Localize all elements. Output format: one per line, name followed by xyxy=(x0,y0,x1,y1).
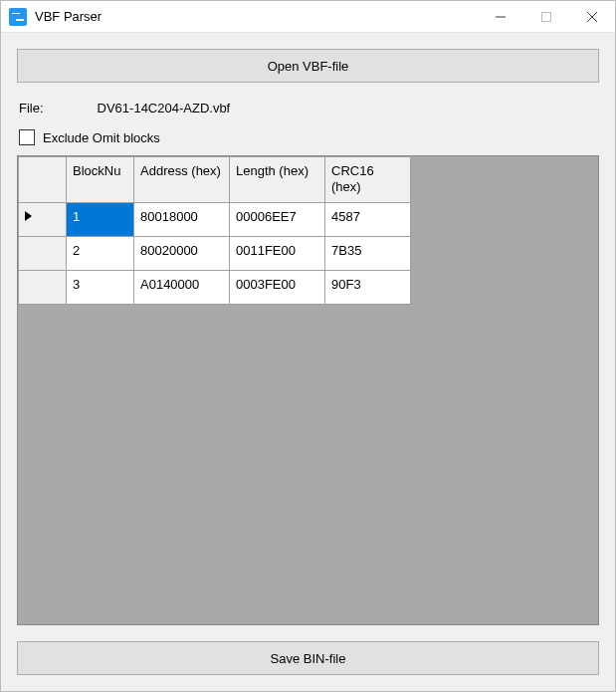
cell-length[interactable]: 0003FE00 xyxy=(230,270,325,304)
row-header[interactable] xyxy=(19,202,67,236)
cell-address[interactable]: 80020000 xyxy=(134,236,230,270)
svg-rect-1 xyxy=(542,12,551,21)
grid-header-blocknum[interactable]: BlockNu xyxy=(67,157,134,203)
app-window: VBF Parser Open VBF-file File: DV61-14C2… xyxy=(0,0,616,692)
cell-length[interactable]: 00006EE7 xyxy=(230,202,325,236)
title-bar: VBF Parser xyxy=(1,1,615,33)
close-icon xyxy=(587,12,597,22)
row-header[interactable] xyxy=(19,236,67,270)
cell-crc16[interactable]: 4587 xyxy=(325,202,411,236)
current-row-indicator-icon xyxy=(25,211,32,221)
save-bin-button[interactable]: Save BIN-file xyxy=(17,641,599,675)
grid-header-row: BlockNu Address (hex) Length (hex) CRC16… xyxy=(19,157,411,203)
table-row[interactable]: 3A01400000003FE0090F3 xyxy=(19,270,411,304)
minimize-button[interactable] xyxy=(478,1,523,33)
grid-header-length[interactable]: Length (hex) xyxy=(230,157,325,203)
grid-header-address[interactable]: Address (hex) xyxy=(134,157,230,203)
row-header[interactable] xyxy=(19,270,67,304)
file-name: DV61-14C204-AZD.vbf xyxy=(98,101,231,115)
maximize-icon xyxy=(541,12,551,22)
maximize-button[interactable] xyxy=(523,1,569,33)
minimize-icon xyxy=(496,12,506,22)
app-icon xyxy=(9,8,27,26)
cell-blocknum[interactable]: 2 xyxy=(67,236,134,270)
exclude-omit-label: Exclude Omit blocks xyxy=(43,130,160,145)
window-title: VBF Parser xyxy=(35,9,102,24)
grid-header-rowselector[interactable] xyxy=(19,157,67,203)
cell-blocknum[interactable]: 1 xyxy=(67,202,134,236)
table-row[interactable]: 2800200000011FE007B35 xyxy=(19,236,411,270)
cell-crc16[interactable]: 90F3 xyxy=(325,270,411,304)
cell-crc16[interactable]: 7B35 xyxy=(325,236,411,270)
exclude-omit-row: Exclude Omit blocks xyxy=(19,129,597,145)
cell-blocknum[interactable]: 3 xyxy=(67,270,134,304)
cell-address[interactable]: A0140000 xyxy=(134,270,230,304)
cell-address[interactable]: 80018000 xyxy=(134,202,230,236)
blocks-grid[interactable]: BlockNu Address (hex) Length (hex) CRC16… xyxy=(17,155,599,625)
open-vbf-button[interactable]: Open VBF-file xyxy=(17,49,599,83)
client-area: Open VBF-file File: DV61-14C204-AZD.vbf … xyxy=(1,33,615,691)
file-row: File: DV61-14C204-AZD.vbf xyxy=(19,101,597,115)
file-label: File: xyxy=(19,101,44,115)
close-button[interactable] xyxy=(569,1,615,33)
cell-length[interactable]: 0011FE00 xyxy=(230,236,325,270)
table-row[interactable]: 18001800000006EE74587 xyxy=(19,202,411,236)
grid-header-crc16[interactable]: CRC16 (hex) xyxy=(325,157,411,203)
exclude-omit-checkbox[interactable] xyxy=(19,129,35,145)
